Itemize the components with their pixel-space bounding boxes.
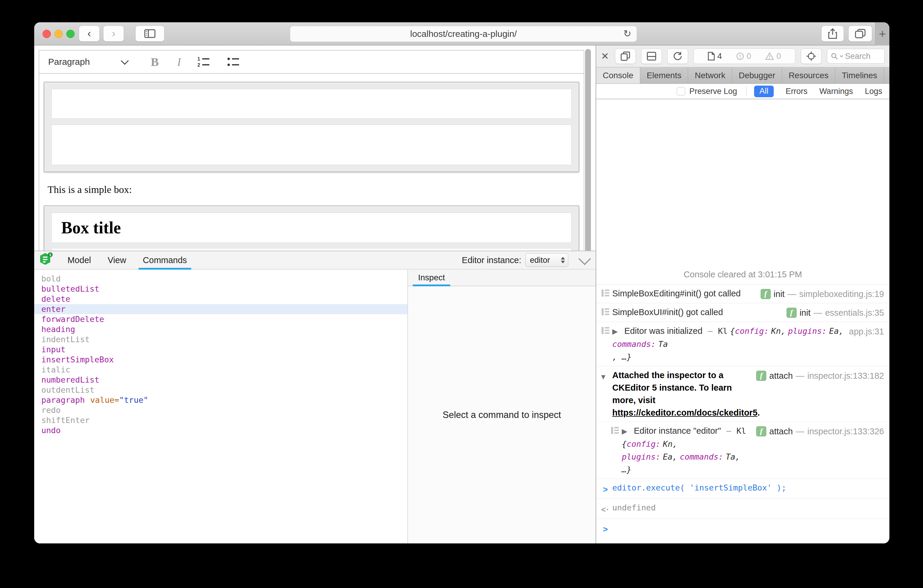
warning-icon — [765, 52, 774, 60]
command-item[interactable]: undo — [34, 425, 407, 435]
simple-box-widget-selected[interactable] — [44, 82, 579, 172]
zoom-window-button[interactable] — [66, 30, 75, 38]
source-link[interactable]: app.js:31 — [849, 325, 884, 338]
command-item[interactable]: outdentList — [34, 385, 407, 395]
tab-network[interactable]: Network — [688, 67, 732, 84]
command-item[interactable]: bold — [34, 274, 407, 284]
minimize-window-button[interactable] — [54, 30, 63, 38]
editor-instance-select[interactable]: editor — [526, 253, 568, 267]
command-attr-name: value= — [90, 395, 119, 404]
command-item-selected[interactable]: enter — [34, 304, 407, 314]
console-log-row[interactable]: SimpleBoxUI#init() got called f init — e… — [596, 303, 889, 322]
log-location[interactable]: f attach — inspector.js:133:182 — [756, 369, 884, 382]
bold-button[interactable]: B — [151, 55, 159, 69]
simple-box-widget[interactable]: Box title — [44, 205, 579, 251]
command-item[interactable]: heading — [34, 324, 407, 334]
filter-all[interactable]: All — [754, 85, 774, 97]
simple-box-description-field[interactable] — [51, 248, 572, 251]
element-picker-button[interactable] — [801, 48, 821, 64]
command-item[interactable]: shiftEnter — [34, 415, 407, 425]
disclosure-triangle-icon[interactable]: ▶ — [612, 327, 618, 335]
command-item[interactable]: input — [34, 345, 407, 355]
console-log-row-nested[interactable]: ▶ Editor instance "editor" – Kl {config:… — [596, 422, 889, 479]
new-tab-button[interactable]: + — [875, 22, 889, 46]
log-location[interactable]: f init — simpleboxediting.js:19 — [760, 287, 884, 300]
tab-timelines[interactable]: Timelines — [835, 67, 884, 84]
bulleted-list-button[interactable] — [227, 56, 240, 67]
console-prompt-row[interactable]: > — [596, 519, 889, 544]
command-item[interactable]: insertSimpleBox — [34, 355, 407, 365]
tab-view[interactable]: View — [106, 251, 128, 269]
tab-console[interactable]: Console — [596, 67, 640, 84]
command-item[interactable]: numberedList — [34, 375, 407, 385]
command-item[interactable]: bulletedList — [34, 284, 407, 294]
source-link[interactable]: inspector.js:133:326 — [807, 425, 884, 438]
reload-icon[interactable]: ↻ — [623, 28, 631, 39]
source-link[interactable]: essentials.js:35 — [825, 307, 884, 319]
tab-debugger[interactable]: Debugger — [732, 67, 782, 84]
back-button[interactable]: ‹ — [79, 26, 100, 42]
console-input-echo-row[interactable]: > editor.execute( 'insertSimpleBox' ); — [596, 479, 889, 499]
filter-logs[interactable]: Logs — [865, 87, 882, 96]
console-log-row-expanded[interactable]: ▼ Attached the inspector to a CKEditor 5… — [596, 366, 889, 422]
inspect-placeholder: Select a command to inspect — [442, 410, 561, 420]
error-count[interactable]: 0 — [736, 52, 751, 61]
sidebar-button[interactable] — [135, 26, 164, 42]
italic-button[interactable]: I — [177, 55, 181, 68]
select-stepper-icon — [561, 257, 565, 263]
log-location[interactable]: f attach — inspector.js:133:326 — [756, 424, 884, 438]
location-dash: — — [788, 288, 797, 300]
object-brace: { — [622, 439, 627, 448]
prompt-chevron-icon: > — [599, 521, 612, 536]
reload-page-button[interactable] — [667, 48, 688, 64]
filter-warnings[interactable]: Warnings — [819, 87, 853, 96]
console-log-row[interactable]: SimpleBoxEditing#init() got called f ini… — [596, 284, 889, 303]
dock-bottom-button[interactable] — [641, 48, 662, 64]
close-inspector-button[interactable]: ✕ — [601, 51, 609, 62]
log-message: Attached the inspector to a CKEditor 5 i… — [612, 369, 756, 419]
simple-box-title-field[interactable] — [51, 89, 572, 118]
tab-storage[interactable]: Storage — [884, 67, 889, 84]
close-window-button[interactable] — [43, 30, 51, 38]
tab-elements[interactable]: Elements — [640, 67, 688, 84]
simple-box-description-field[interactable] — [51, 125, 572, 165]
tab-overview-button[interactable] — [848, 26, 872, 42]
editor-content[interactable]: This is a simple box: Box title — [39, 74, 584, 251]
external-link[interactable]: https://ckeditor.com/docs/ckeditor5 — [612, 408, 757, 417]
command-item[interactable]: redo — [34, 405, 407, 415]
collapse-inspector-icon[interactable] — [578, 253, 591, 265]
tab-resources[interactable]: Resources — [782, 67, 835, 84]
warning-count[interactable]: 0 — [765, 52, 781, 61]
source-link[interactable]: simpleboxediting.js:19 — [799, 288, 884, 300]
tab-inspect[interactable]: Inspect — [416, 269, 447, 286]
dock-side-button[interactable] — [615, 48, 636, 64]
address-bar[interactable]: localhost/creating-a-plugin/ ↻ — [290, 26, 637, 42]
share-button[interactable] — [821, 26, 844, 42]
command-item[interactable]: paragraphvalue="true" — [34, 395, 407, 405]
simple-box-title-field[interactable]: Box title — [51, 213, 572, 243]
log-text: . — [757, 408, 760, 417]
filter-divider — [746, 87, 746, 96]
command-item[interactable]: indentList — [34, 334, 407, 345]
command-item[interactable]: delete — [34, 294, 407, 304]
console-log-row[interactable]: ▶ Editor was initialized – Kl {config: K… — [596, 322, 889, 366]
tab-model[interactable]: Model — [66, 251, 93, 269]
numbered-list-button[interactable]: 1 2 — [197, 56, 210, 67]
log-location[interactable]: f init — essentials.js:35 — [787, 306, 884, 319]
console-result-row[interactable]: <· undefined — [596, 499, 889, 519]
inspector-search-field[interactable]: Search — [827, 49, 885, 64]
filter-errors[interactable]: Errors — [786, 87, 808, 96]
disclosure-triangle-icon[interactable]: ▼ — [599, 369, 612, 383]
forward-button[interactable]: › — [103, 26, 124, 42]
tab-commands[interactable]: Commands — [141, 251, 189, 269]
preserve-log-checkbox[interactable] — [677, 87, 685, 95]
paragraph-text[interactable]: This is a simple box: — [48, 184, 584, 195]
command-item[interactable]: italic — [34, 365, 407, 375]
command-item[interactable]: forwardDelete — [34, 314, 407, 324]
disclosure-triangle-icon[interactable]: ▶ — [622, 427, 627, 435]
source-link[interactable]: inspector.js:133:182 — [807, 370, 884, 382]
page-resource-count[interactable]: 4 — [708, 52, 722, 61]
log-location[interactable]: app.js:31 — [849, 325, 884, 338]
location-dash: — — [814, 307, 822, 319]
heading-dropdown[interactable]: Paragraph — [48, 57, 90, 67]
